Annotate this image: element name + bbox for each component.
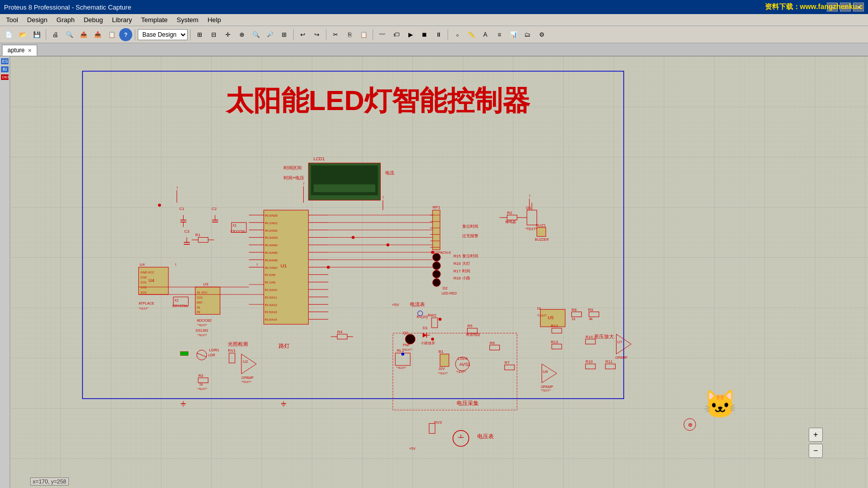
menu-help[interactable]: Help	[204, 15, 225, 25]
svg-text:X2: X2	[175, 299, 179, 302]
probe-button[interactable]: ⬦	[451, 28, 464, 41]
grid-button[interactable]: ⊟	[207, 28, 220, 41]
print-preview-button[interactable]: 🔍	[63, 28, 76, 41]
left-sidebar: ES BI DEI	[0, 56, 10, 488]
export-button[interactable]: 📤	[77, 28, 90, 41]
schematic-tab[interactable]: apture ✕	[2, 45, 37, 56]
menu-design[interactable]: Design	[23, 15, 51, 25]
svg-text:小路放弃: 小路放弃	[421, 341, 435, 345]
svg-text:↑: ↑	[176, 185, 179, 190]
layout-button[interactable]: 🗂	[521, 28, 534, 41]
zoom-in-control[interactable]: +	[809, 428, 823, 442]
svg-text:太阳能LED灯智能控制器: 太阳能LED灯智能控制器	[225, 85, 531, 116]
svg-rect-231	[585, 364, 595, 369]
sidebar-bi-label[interactable]: BI	[1, 66, 9, 72]
svg-point-90	[432, 262, 441, 270]
design-dropdown[interactable]: Base Design	[138, 29, 188, 40]
svg-rect-103	[527, 210, 537, 225]
svg-text:*TEXT*: *TEXT*	[197, 334, 207, 337]
svg-text:路灯: 路灯	[279, 343, 290, 349]
svg-text:P2.0/A8: P2.0/A8	[265, 273, 276, 276]
menu-graph[interactable]: Graph	[52, 15, 78, 25]
zoom-controls: + −	[809, 428, 823, 458]
menu-tool[interactable]: Tool	[2, 15, 22, 25]
svg-rect-182	[440, 354, 449, 366]
svg-text:X1  VCC: X1 VCC	[197, 291, 208, 294]
sep5	[326, 29, 326, 40]
sep2	[135, 29, 135, 40]
paste-button[interactable]: 📋	[357, 28, 370, 41]
svg-rect-68	[198, 237, 208, 242]
zoom-out-control[interactable]: −	[809, 444, 823, 458]
netlist-button[interactable]: ≡	[493, 28, 506, 41]
svg-text:P2.6/A14: P2.6/A14	[265, 318, 277, 321]
zoom-out-button[interactable]: 🔎	[264, 28, 277, 41]
help-button[interactable]: ?	[119, 28, 132, 41]
svg-text:Q2: Q2	[403, 331, 408, 335]
undo-button[interactable]: ↩	[296, 28, 309, 41]
settings-button[interactable]: ⚙	[535, 28, 548, 41]
menu-system[interactable]: System	[172, 15, 202, 25]
wire-button[interactable]: 〰	[376, 28, 389, 41]
open-button[interactable]: 📂	[16, 28, 29, 41]
new-button[interactable]: 📄	[2, 28, 15, 41]
run-button[interactable]: ▶	[404, 28, 417, 41]
sep4	[293, 29, 294, 40]
svg-text:R7: R7	[504, 360, 509, 365]
svg-text:R2: R2	[507, 211, 512, 215]
svg-text:U2: U2	[243, 359, 248, 364]
svg-text:复位时间: 复位时间	[462, 224, 478, 229]
sidebar-es-label[interactable]: ES	[1, 58, 9, 64]
svg-text:↑: ↑	[302, 181, 305, 186]
svg-text:R5: R5	[467, 324, 473, 328]
svg-text:P2.4/A12: P2.4/A12	[265, 304, 277, 307]
redo-button[interactable]: ↪	[310, 28, 323, 41]
svg-text:时间区间: 时间区间	[284, 165, 302, 170]
svg-text:10V: 10V	[439, 367, 445, 370]
canvas-area[interactable]: 太阳能LED灯智能控制器 LCD1 时间区间 时间+电压 电流 U1	[10, 56, 868, 488]
svg-text:OPAMP: OPAMP	[616, 356, 628, 359]
measure-button[interactable]: 📏	[465, 28, 478, 41]
bom-button[interactable]: 📊	[507, 28, 520, 41]
save-button[interactable]: 💾	[30, 28, 43, 41]
svg-text:P0.1/AD1: P0.1/AD1	[265, 222, 277, 225]
svg-text:P2.2/A10: P2.2/A10	[265, 288, 277, 291]
svg-text:RST: RST	[197, 301, 203, 304]
move-button[interactable]: ⊕	[235, 28, 248, 41]
menu-template[interactable]: Template	[137, 15, 172, 25]
cut-button[interactable]: ✂	[329, 28, 342, 41]
pause-button[interactable]: ⏸	[432, 28, 445, 41]
label-button[interactable]: 🏷	[390, 28, 403, 41]
sidebar-dei-label[interactable]: DEI	[1, 74, 9, 80]
svg-text:BUZ1: BUZ1	[536, 223, 546, 228]
tab-close-button[interactable]: ✕	[28, 48, 32, 53]
svg-text:LDR: LDR	[208, 353, 215, 357]
svg-text:RW2: RW2	[427, 313, 436, 318]
svg-text:RL1: RL1	[397, 348, 404, 353]
print-button[interactable]: 🖨	[49, 28, 62, 41]
svg-text:*TEXT*: *TEXT*	[456, 370, 466, 373]
zoom-all-button[interactable]: ⊞	[278, 28, 291, 41]
svg-text:*TEXT*: *TEXT*	[197, 387, 207, 391]
menu-debug[interactable]: Debug	[79, 15, 107, 25]
svg-text:D1: D1	[422, 326, 427, 330]
copy-button[interactable]: ⎘	[343, 28, 356, 41]
svg-point-205	[453, 430, 469, 446]
svg-text:LED-RED: LED-RED	[442, 291, 457, 295]
origin-button[interactable]: ✛	[221, 28, 234, 41]
svg-text:P0.5/AN5: P0.5/AN5	[265, 251, 278, 254]
svg-text:*TEXT*: *TEXT*	[241, 380, 251, 383]
svg-text:1k: 1k	[199, 382, 203, 386]
import-button[interactable]: 📥	[91, 28, 104, 41]
annotate-button[interactable]: A	[479, 28, 492, 41]
properties-button[interactable]: 📋	[105, 28, 118, 41]
stop-button[interactable]: ⏹	[418, 28, 431, 41]
zoom-in-button[interactable]: 🔍	[249, 28, 263, 41]
component-button[interactable]: ⊞	[193, 28, 206, 41]
svg-text:R17: R17	[454, 269, 461, 273]
svg-text:🐱: 🐱	[703, 388, 737, 421]
menu-library[interactable]: Library	[108, 15, 136, 25]
svg-text:GND  VCC: GND VCC	[141, 271, 155, 274]
svg-rect-200	[504, 365, 514, 370]
svg-text:R4: R4	[337, 330, 343, 334]
